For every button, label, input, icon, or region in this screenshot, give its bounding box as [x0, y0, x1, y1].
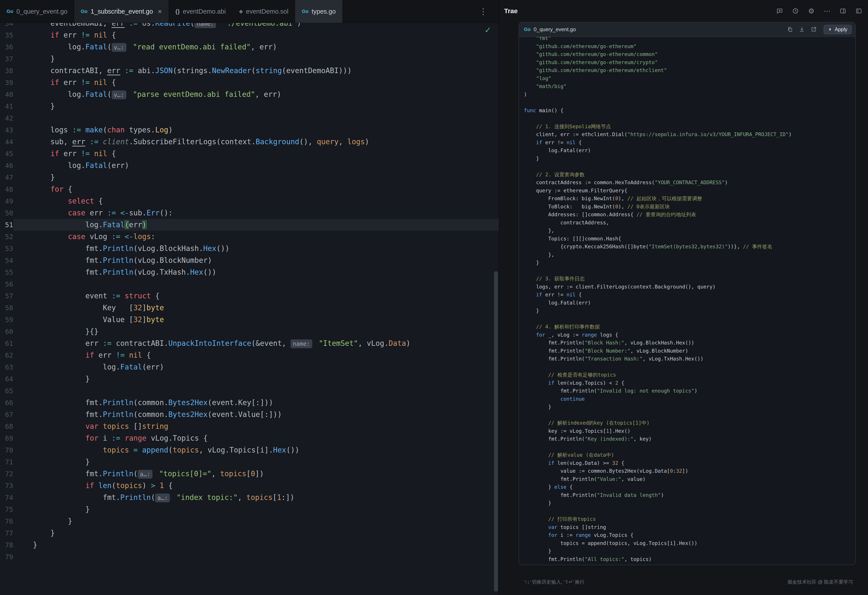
code-line: 72 fmt.Println(a…: "topics[0]=", topics[…	[0, 468, 499, 480]
code-card-filename: 0_query_event.go	[534, 27, 576, 32]
code-line: fmt.Println("Invalid log: not enough top…	[524, 387, 855, 395]
editor-scrollbar[interactable]	[494, 271, 498, 592]
code-line: 41 }	[0, 100, 499, 112]
code-line: Topics: [][]common.Hash{	[524, 235, 855, 243]
code-line: 57 event := struct {	[0, 290, 499, 302]
code-line	[524, 507, 855, 515]
line-number: 74	[2, 492, 13, 504]
line-number: 65	[2, 385, 13, 397]
code-line: 50 case err := <-sub.Err():	[0, 207, 499, 219]
trae-panel: Trae ⚙ ⋯ Go 0_query_	[499, 0, 868, 595]
panel-header-icons: ⚙ ⋯	[776, 7, 863, 15]
code-line: 49 select {	[0, 195, 499, 207]
history-icon[interactable]	[791, 7, 799, 15]
code-line: 62 if err != nil {	[0, 349, 499, 361]
code-line: 77 }	[0, 527, 499, 539]
code-line: continue	[524, 395, 855, 403]
line-number: 40	[2, 88, 13, 100]
line-number: 46	[2, 160, 13, 171]
code-card: Go 0_query_event.go	[519, 22, 856, 565]
layout-icon[interactable]	[839, 7, 847, 15]
tab-0-query-event[interactable]: Go 0_query_event.go	[0, 0, 74, 23]
code-line: func main() {	[524, 106, 855, 115]
tab-types-go[interactable]: Go types.go	[295, 0, 342, 23]
code-editor[interactable]: 34 eventDemoABI, err := os.ReadFile(name…	[0, 23, 499, 595]
tab-eventdemo-abi[interactable]: {} eventDemo.abi	[169, 0, 232, 23]
code-line: 60 }{}	[0, 325, 499, 337]
code-line: 74 fmt.Println(a…: "index topic:", topic…	[0, 492, 499, 504]
abi-file-icon: {}	[176, 8, 180, 15]
code-line: 38 contractABI, err := abi.JSON(strings.…	[0, 65, 499, 77]
code-line: ToBlock: big.NewInt(0), // 0表示最新区块	[524, 203, 855, 211]
collapse-panel-icon[interactable]	[855, 7, 863, 15]
code-line: 66 fmt.Println(common.Bytes2Hex(event.Ke…	[0, 397, 499, 409]
line-number: 60	[2, 325, 13, 337]
go-file-icon: Go	[81, 9, 88, 14]
code-line: // 打印所有topics	[524, 515, 855, 523]
code-line: // 4. 解析和打印事件数据	[524, 323, 855, 331]
code-line: 54 fmt.Println(vLog.BlockNumber)	[0, 255, 499, 266]
code-line: log.Fatal(err)	[524, 146, 855, 155]
tab-1-subscribe-event[interactable]: Go 1_subscribe_event.go ×	[74, 0, 169, 23]
code-line	[524, 99, 855, 106]
code-line: fmt.Println("Transaction Hash:", vLog.Tx…	[524, 355, 855, 363]
tab-bar-more-icon[interactable]: ⋮	[479, 7, 487, 16]
code-line: fmt.Println("Block Hash:", vLog.BlockHas…	[524, 339, 855, 347]
line-number: 68	[2, 420, 13, 432]
line-number: 76	[2, 515, 13, 527]
copy-icon[interactable]	[787, 26, 793, 33]
line-number: 70	[2, 444, 13, 456]
code-line: 45 if err != nil {	[0, 148, 499, 160]
line-number: 66	[2, 397, 13, 409]
code-line: }	[524, 403, 855, 411]
code-line: if err != nil {	[524, 291, 855, 299]
code-line: fmt.Println("Key (indexed):", key)	[524, 435, 855, 443]
code-line: 58 Key [32]byte	[0, 302, 499, 314]
line-number: 55	[2, 266, 13, 278]
code-line: if err != nil {	[524, 138, 855, 147]
code-line: // 1. 连接到Sepolia网络节点	[524, 122, 855, 131]
line-number: 69	[2, 432, 13, 444]
more-icon[interactable]: ⋯	[823, 7, 831, 15]
panel-title: Trae	[504, 7, 518, 15]
code-line: 69 for i := range vLog.Topics {	[0, 432, 499, 444]
code-card-content[interactable]: "fmt" "github.com/ethereum/go-ethereum" …	[519, 37, 855, 565]
line-number: 57	[2, 290, 13, 302]
code-line: // 检查是否有足够的topics	[524, 371, 855, 379]
open-in-editor-icon[interactable]	[810, 26, 817, 33]
code-line: log.Fatal(err)	[524, 299, 855, 307]
line-number: 72	[2, 468, 13, 480]
code-line: fmt.Println("Invalid data length")	[524, 491, 855, 499]
settings-gear-icon[interactable]: ⚙	[807, 7, 815, 15]
close-icon[interactable]: ×	[158, 7, 162, 16]
code-card-header: Go 0_query_event.go	[519, 22, 855, 37]
apply-lightning-icon	[828, 27, 833, 32]
code-line: topics = append(topics, vLog.Topics[i].H…	[524, 539, 855, 547]
code-line: FromBlock: big.NewInt(0), // 起始区块，可以根据需要…	[524, 194, 855, 203]
credit-text: 掘金技术社区 @ 陈皮不爱学习	[787, 579, 853, 585]
code-line: "github.com/ethereum/go-ethereum/crypto"	[524, 58, 855, 66]
code-line: 63 log.Fatal(err)	[0, 361, 499, 373]
code-line: for i := range vLog.Topics {	[524, 531, 855, 539]
tab-eventdemo-sol[interactable]: ◆ eventDemo.sol	[232, 0, 295, 23]
code-line: "math/big"	[524, 82, 855, 90]
apply-button[interactable]: Apply	[824, 25, 852, 34]
code-line: 64 }	[0, 373, 499, 385]
code-card-actions: Apply	[787, 25, 852, 34]
code-line: 53 fmt.Println(vLog.BlockHash.Hex())	[0, 243, 499, 255]
line-number: 41	[2, 100, 13, 112]
code-line: )	[524, 90, 855, 99]
code-line: 44 sub, err := client.SubscribeFilterLog…	[0, 136, 499, 148]
insert-code-icon[interactable]	[799, 26, 805, 33]
code-line: query := ethereum.FilterQuery{	[524, 187, 855, 195]
code-line: var topics []string	[524, 523, 855, 531]
line-number: 67	[2, 409, 13, 420]
new-chat-icon[interactable]	[776, 7, 784, 15]
panel-header: Trae ⚙ ⋯	[499, 0, 868, 22]
tab-label: 1_subscribe_event.go	[90, 8, 153, 15]
code-line: }	[524, 499, 855, 507]
code-line: fmt.Println("Block Number:", vLog.BlockN…	[524, 347, 855, 355]
code-line	[524, 411, 855, 419]
tab-label: eventDemo.abi	[183, 8, 226, 15]
code-line: "fmt"	[524, 37, 855, 43]
